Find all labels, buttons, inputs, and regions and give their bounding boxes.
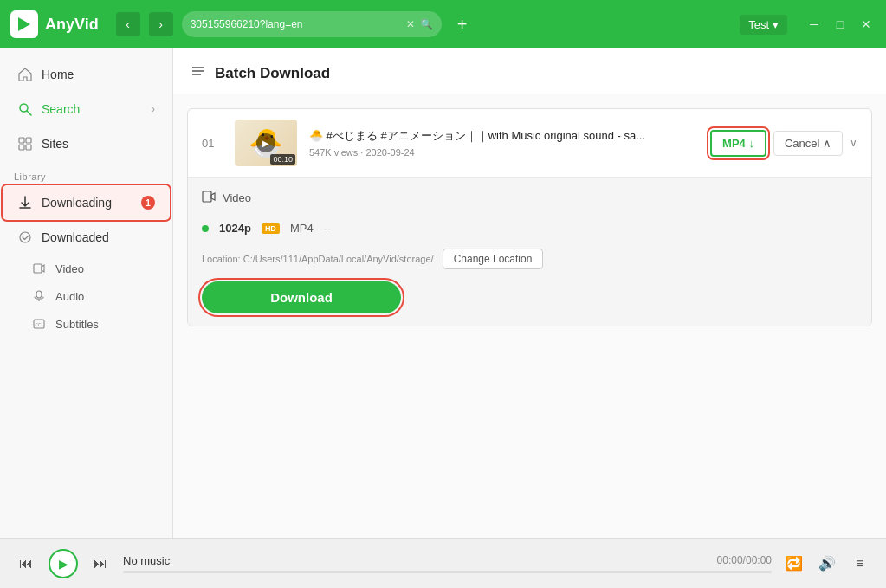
bottom-player: ⏮ ▶ ⏭ No music 00:00/00:00 🔁 🔊 ≡ bbox=[0, 538, 886, 588]
video-card-header: 01 🐣 ▶ 00:10 🐣 #べじまる #アニメーション｜｜with Musi… bbox=[188, 109, 871, 177]
player-track: No music 00:00/00:00 bbox=[123, 554, 772, 567]
video-thumbnail: 🐣 ▶ 00:10 bbox=[235, 120, 297, 166]
sidebar-item-home[interactable]: Home bbox=[3, 58, 169, 91]
downloading-badge: 1 bbox=[141, 196, 155, 210]
user-chevron-icon: ▾ bbox=[773, 18, 779, 31]
playlist-icon[interactable]: ≡ bbox=[848, 552, 872, 576]
volume-icon[interactable]: 🔊 bbox=[815, 552, 839, 576]
video-actions: MP4 ↓ Cancel ∧ ∨ bbox=[710, 130, 857, 157]
sidebar: Home Search › Sites bbox=[0, 48, 173, 538]
video-icon bbox=[31, 261, 47, 276]
video-title: 🐣 #べじまる #アニメーション｜｜with Music original so… bbox=[309, 128, 673, 144]
quality-dash: -- bbox=[324, 222, 332, 235]
sites-icon bbox=[17, 136, 33, 152]
expand-arrow-icon[interactable]: ∨ bbox=[850, 137, 857, 149]
player-right-controls: 🔁 🔊 ≡ bbox=[782, 552, 872, 576]
change-location-button[interactable]: Change Location bbox=[443, 249, 544, 269]
sidebar-downloading-label: Downloading bbox=[42, 196, 133, 210]
previous-button[interactable]: ⏮ bbox=[14, 552, 38, 576]
sidebar-item-sites[interactable]: Sites bbox=[3, 127, 169, 160]
sidebar-item-downloading[interactable]: Downloading 1 bbox=[3, 186, 169, 219]
repeat-icon[interactable]: 🔁 bbox=[782, 552, 806, 576]
video-section-icon bbox=[202, 190, 216, 206]
logo-text: AnyVid bbox=[45, 16, 99, 34]
add-tab-button[interactable]: + bbox=[450, 12, 475, 36]
batch-download-icon bbox=[191, 64, 206, 83]
sidebar-home-label: Home bbox=[42, 68, 155, 81]
video-expanded-section: Video 1024p HD MP4 -- Location: C:/Users… bbox=[188, 177, 871, 326]
download-button[interactable]: Download bbox=[202, 281, 401, 313]
player-track-title: No music bbox=[123, 554, 170, 567]
back-button[interactable]: ‹ bbox=[116, 12, 140, 36]
quality-dot bbox=[202, 225, 209, 232]
url-text: 305155966210?lang=en bbox=[191, 18, 401, 30]
svg-rect-3 bbox=[19, 138, 24, 143]
sidebar-item-downloaded[interactable]: Downloaded bbox=[3, 221, 169, 254]
sidebar-subtitles-label: Subtitles bbox=[55, 318, 99, 331]
svg-line-2 bbox=[27, 111, 31, 115]
sidebar-search-arrow: › bbox=[152, 103, 155, 115]
player-time: 00:00/00:00 bbox=[717, 554, 772, 566]
sidebar-item-video[interactable]: Video bbox=[0, 255, 172, 282]
video-info: 🐣 #べじまる #アニメーション｜｜with Music original so… bbox=[309, 128, 698, 158]
content-header: Batch Download bbox=[173, 48, 886, 94]
search-icon bbox=[17, 101, 33, 117]
sidebar-downloaded-label: Downloaded bbox=[42, 230, 155, 244]
audio-icon bbox=[31, 288, 47, 304]
cancel-button[interactable]: Cancel ∧ bbox=[773, 131, 843, 156]
content-title: Batch Download bbox=[215, 65, 330, 82]
player-progress-bar[interactable] bbox=[123, 571, 772, 573]
user-menu-button[interactable]: Test ▾ bbox=[740, 15, 787, 35]
svg-rect-10 bbox=[36, 291, 42, 298]
sidebar-item-subtitles[interactable]: CC Subtitles bbox=[0, 310, 172, 338]
play-button[interactable]: ▶ bbox=[49, 549, 78, 578]
home-icon bbox=[17, 67, 33, 82]
svg-marker-0 bbox=[18, 17, 30, 31]
svg-rect-9 bbox=[34, 264, 42, 273]
logo-icon bbox=[10, 10, 38, 38]
content-body: 01 🐣 ▶ 00:10 🐣 #べじまる #アニメーション｜｜with Musi… bbox=[173, 94, 886, 538]
sidebar-item-search[interactable]: Search › bbox=[3, 93, 169, 126]
video-section-label: Video bbox=[223, 191, 251, 204]
location-text: Location: C:/Users/111/AppData/Local/Any… bbox=[202, 254, 434, 264]
quality-row: 1024p HD MP4 -- bbox=[202, 216, 857, 240]
check-icon bbox=[17, 229, 33, 245]
thumbnail-play-icon: ▶ bbox=[256, 133, 275, 152]
library-label: Library bbox=[0, 161, 172, 185]
download-icon bbox=[17, 195, 33, 210]
url-close-icon[interactable]: ✕ bbox=[406, 18, 415, 30]
svg-rect-6 bbox=[26, 145, 31, 150]
logo-area: AnyVid bbox=[10, 10, 99, 38]
title-bar: AnyVid ‹ › 305155966210?lang=en ✕ 🔍 + Te… bbox=[0, 0, 886, 48]
sidebar-search-label: Search bbox=[42, 102, 143, 116]
url-bar[interactable]: 305155966210?lang=en ✕ 🔍 bbox=[182, 11, 442, 37]
mp4-format-button[interactable]: MP4 ↓ bbox=[710, 130, 766, 157]
minimize-button[interactable]: ─ bbox=[805, 15, 824, 34]
sidebar-audio-label: Audio bbox=[55, 290, 84, 303]
thumbnail-duration: 00:10 bbox=[270, 154, 295, 165]
svg-point-8 bbox=[20, 232, 30, 242]
svg-rect-4 bbox=[26, 138, 31, 143]
maximize-button[interactable]: □ bbox=[831, 15, 850, 34]
video-meta: 547K views · 2020-09-24 bbox=[309, 147, 698, 158]
sidebar-sites-label: Sites bbox=[42, 137, 155, 151]
svg-text:CC: CC bbox=[36, 322, 42, 327]
cc-icon: CC bbox=[31, 316, 47, 332]
svg-rect-17 bbox=[203, 191, 211, 202]
location-row: Location: C:/Users/111/AppData/Local/Any… bbox=[202, 249, 857, 269]
forward-button[interactable]: › bbox=[149, 12, 173, 36]
close-button[interactable]: ✕ bbox=[857, 15, 876, 34]
player-info: No music 00:00/00:00 bbox=[123, 554, 772, 573]
sidebar-video-label: Video bbox=[55, 262, 84, 275]
next-button[interactable]: ⏭ bbox=[88, 552, 113, 576]
url-search-icon[interactable]: 🔍 bbox=[420, 18, 433, 30]
quality-format: MP4 bbox=[290, 222, 314, 235]
expanded-section-title: Video bbox=[202, 190, 857, 206]
content-area: Batch Download 01 🐣 ▶ 00:10 � bbox=[173, 48, 886, 538]
sidebar-item-audio[interactable]: Audio bbox=[0, 282, 172, 310]
svg-rect-5 bbox=[19, 145, 24, 150]
quality-resolution: 1024p bbox=[219, 222, 251, 235]
video-card: 01 🐣 ▶ 00:10 🐣 #べじまる #アニメーション｜｜with Musi… bbox=[187, 108, 872, 326]
download-btn-wrap: Download bbox=[202, 281, 857, 313]
main-layout: Home Search › Sites bbox=[0, 48, 886, 538]
